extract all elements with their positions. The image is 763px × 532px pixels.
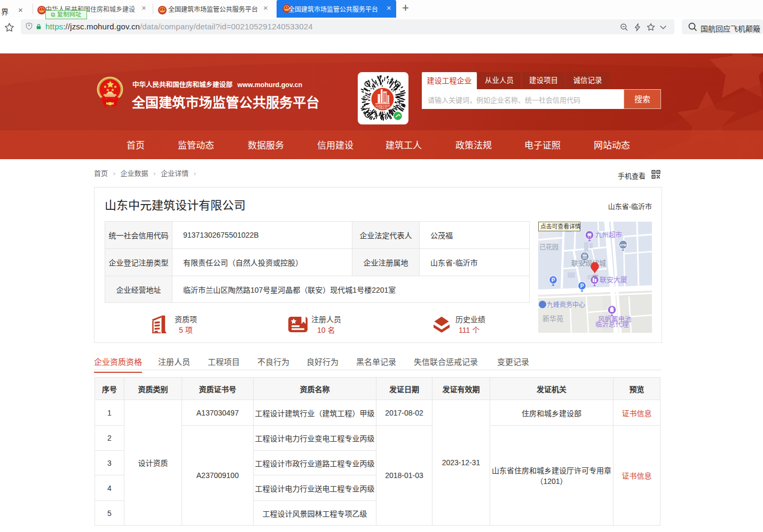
svg-text:ATM: ATM [620, 243, 627, 247]
svg-text:点击可查看详情: 点击可查看详情 [540, 223, 581, 230]
svg-text:九州超市: 九州超市 [595, 231, 622, 239]
svg-text:己花园: 己花园 [539, 243, 559, 251]
svg-text:P: P [552, 277, 555, 283]
svg-text:临沂总代理: 临沂总代理 [595, 321, 629, 328]
svg-text:联安大厦: 联安大厦 [600, 276, 627, 284]
svg-text:联安现代城: 联安现代城 [571, 259, 606, 267]
svg-text:公共服务平台: 公共服务平台 [377, 107, 388, 109]
svg-text:P: P [580, 283, 584, 289]
svg-text:全国建筑市场监管: 全国建筑市场监管 [375, 105, 390, 107]
svg-text:新华苑: 新华苑 [542, 315, 563, 323]
svg-text:九峰商务中心: 九峰商务中心 [547, 301, 585, 309]
